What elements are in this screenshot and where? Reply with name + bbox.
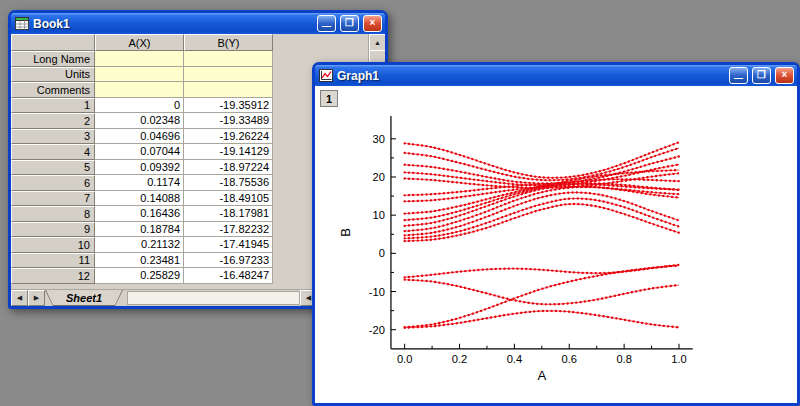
worksheet-grid: A(X)B(Y)Long NameUnitsComments10-19.3591…	[11, 34, 273, 284]
graph1-body: 1 0.00.20.40.60.81.0-20-100102030AB	[315, 86, 797, 403]
data-cell[interactable]: 0.18784	[95, 222, 184, 238]
series-band18	[405, 204, 679, 241]
data-cell[interactable]: 0.04696	[95, 129, 184, 145]
row-header[interactable]: 9	[11, 222, 95, 238]
left-arrow-icon: ◀	[17, 294, 22, 302]
restore-button[interactable]: ❒	[752, 67, 771, 84]
close-button[interactable]: ×	[363, 15, 382, 32]
x-tick-label: 0.8	[616, 353, 631, 365]
data-cell[interactable]: -16.48247	[184, 268, 273, 284]
left-arrow-icon: ◀	[306, 294, 311, 302]
series-markers-band04	[405, 265, 679, 278]
data-cell[interactable]: -18.75536	[184, 175, 273, 191]
row-header[interactable]: 8	[11, 206, 95, 222]
data-cell[interactable]: -18.17981	[184, 206, 273, 222]
restore-button[interactable]: ❒	[340, 15, 359, 32]
graph1-window: Graph1 — ❒ × 1 0.00.20.40.60.81.0-20-100…	[312, 62, 800, 406]
x-tick-label: 0.4	[507, 353, 522, 365]
row-header[interactable]: 1	[11, 98, 95, 114]
graph1-title: Graph1	[337, 69, 379, 83]
row-header[interactable]: 4	[11, 144, 95, 160]
row-header[interactable]: Units	[11, 67, 95, 83]
data-cell[interactable]: -19.26224	[184, 129, 273, 145]
series-band14	[405, 148, 679, 180]
row-header[interactable]: Comments	[11, 82, 95, 98]
meta-cell[interactable]	[184, 51, 273, 67]
application-desktop: Book1 — ❒ × A(X)B(Y)Long NameUnitsCommen…	[0, 0, 800, 406]
close-button[interactable]: ×	[775, 67, 794, 84]
meta-cell[interactable]	[184, 82, 273, 98]
data-cell[interactable]: -19.33489	[184, 113, 273, 129]
minimize-button[interactable]: —	[729, 67, 748, 84]
x-tick-label: 0.6	[562, 353, 577, 365]
tab-scroll-left-button[interactable]: ◀	[11, 290, 28, 306]
y-tick-label: -20	[369, 324, 385, 336]
y-axis-title: B	[338, 228, 353, 237]
data-cell[interactable]: -18.49105	[184, 191, 273, 207]
series-markers-band01	[405, 311, 679, 328]
row-header[interactable]: 6	[11, 175, 95, 191]
graph1-titlebar[interactable]: Graph1 — ❒ ×	[315, 65, 797, 86]
data-cell[interactable]: -18.97224	[184, 160, 273, 176]
row-header[interactable]: 12	[11, 268, 95, 284]
y-tick-label: 0	[379, 247, 385, 259]
row-header[interactable]: 2	[11, 113, 95, 129]
y-tick-label: -10	[369, 286, 385, 298]
row-header[interactable]: 11	[11, 253, 95, 269]
right-arrow-icon: ▶	[34, 294, 39, 302]
y-tick-label: 30	[372, 133, 384, 145]
data-cell[interactable]: 0.21132	[95, 237, 184, 253]
series-markers-band14	[405, 148, 679, 180]
row-header[interactable]: 7	[11, 191, 95, 207]
data-cell[interactable]: -17.41945	[184, 237, 273, 253]
graph-icon	[319, 69, 333, 82]
series-band02	[405, 266, 679, 328]
book1-titlebar[interactable]: Book1 — ❒ ×	[11, 13, 385, 34]
sheet-tab[interactable]: Sheet1	[45, 290, 123, 306]
series-band01	[405, 311, 679, 328]
data-cell[interactable]: 0.02348	[95, 113, 184, 129]
data-cell[interactable]: 0.16436	[95, 206, 184, 222]
row-header[interactable]: 3	[11, 129, 95, 145]
minimize-button[interactable]: —	[317, 15, 336, 32]
row-header[interactable]: Long Name	[11, 51, 95, 67]
column-header[interactable]: B(Y)	[184, 34, 273, 51]
graph-plot: 0.00.20.40.60.81.0-20-100102030AB	[315, 86, 797, 403]
data-cell[interactable]: -17.82232	[184, 222, 273, 238]
series-markers-band02	[405, 266, 679, 328]
y-tick-label: 20	[372, 171, 384, 183]
sheet-tab-label: Sheet1	[46, 290, 122, 305]
meta-cell[interactable]	[95, 67, 184, 83]
data-cell[interactable]: -19.35912	[184, 98, 273, 114]
data-cell[interactable]: 0.23481	[95, 253, 184, 269]
x-tick-label: 0.2	[452, 353, 467, 365]
row-header[interactable]: 10	[11, 237, 95, 253]
data-cell[interactable]: 0.07044	[95, 144, 184, 160]
data-cell[interactable]: -19.14129	[184, 144, 273, 160]
series-markers-band03	[405, 280, 679, 305]
tab-scroll-right-button[interactable]: ▶	[28, 290, 45, 306]
meta-cell[interactable]	[95, 82, 184, 98]
data-cell[interactable]: 0	[95, 98, 184, 114]
meta-cell[interactable]	[95, 51, 184, 67]
y-tick-label: 10	[372, 209, 384, 221]
data-cell[interactable]: -16.97233	[184, 253, 273, 269]
meta-cell[interactable]	[184, 67, 273, 83]
horizontal-scroll-track[interactable]	[127, 291, 300, 305]
scroll-up-button[interactable]: ▲	[369, 34, 385, 51]
worksheet-icon	[15, 17, 29, 30]
row-header[interactable]: 5	[11, 160, 95, 176]
x-axis-title: A	[537, 368, 546, 383]
x-tick-label: 1.0	[671, 353, 686, 365]
data-cell[interactable]: 0.09392	[95, 160, 184, 176]
book1-title: Book1	[33, 17, 70, 31]
up-arrow-icon: ▲	[374, 39, 381, 46]
data-cell[interactable]: 0.25829	[95, 268, 184, 284]
column-header[interactable]: A(X)	[95, 34, 184, 51]
series-band03	[405, 280, 679, 305]
data-cell[interactable]: 0.1174	[95, 175, 184, 191]
layer-1-button[interactable]: 1	[320, 90, 338, 107]
x-tick-label: 0.0	[397, 353, 412, 365]
table-corner-cell[interactable]	[11, 34, 95, 51]
data-cell[interactable]: 0.14088	[95, 191, 184, 207]
